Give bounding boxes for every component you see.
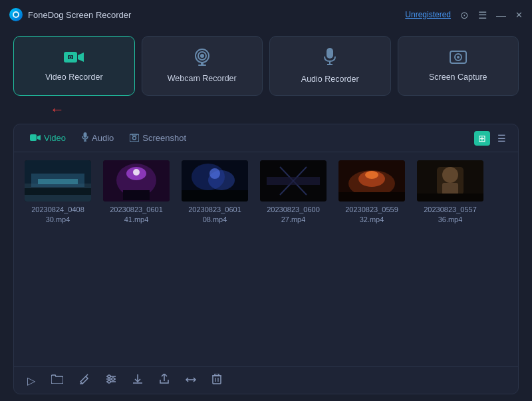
- svg-rect-34: [123, 190, 150, 200]
- list-view-button[interactable]: ☰: [493, 131, 510, 146]
- svg-rect-20: [84, 132, 87, 138]
- svg-marker-3: [78, 53, 84, 62]
- tab-video[interactable]: Video: [22, 130, 74, 146]
- video-recorder-label: Video Recorder: [45, 72, 103, 82]
- settings-button[interactable]: [103, 373, 119, 388]
- tab-audio-label: Audio: [92, 133, 114, 143]
- svg-point-40: [209, 168, 220, 179]
- file-thumbnail: [103, 160, 170, 201]
- file-item[interactable]: 20230823_0601 08.mp4: [182, 160, 248, 225]
- play-button[interactable]: ▷: [25, 373, 38, 388]
- webcam-recorder-button[interactable]: Webcam Recorder: [142, 36, 263, 96]
- title-bar: FoneDog Screen Recorder Unregistered ⊙ ☰…: [0, 0, 532, 29]
- view-buttons: ⊞ ☰: [474, 131, 510, 146]
- svg-rect-44: [267, 177, 320, 185]
- svg-marker-19: [37, 135, 41, 140]
- grid-view-button[interactable]: ⊞: [474, 131, 490, 146]
- file-item[interactable]: 20230823_0600 27.mp4: [260, 160, 327, 225]
- svg-rect-48: [338, 192, 405, 201]
- svg-line-55: [86, 374, 88, 376]
- file-item[interactable]: 20230823_0601 41.mp4: [103, 160, 170, 225]
- file-thumbnail: [417, 160, 483, 201]
- move-button[interactable]: [183, 373, 199, 388]
- svg-point-60: [108, 375, 110, 378]
- svg-point-1: [14, 13, 18, 17]
- selection-arrow: ←: [50, 102, 65, 117]
- arrow-row: ←: [13, 104, 519, 116]
- file-name: 20230824_0408 30.mp4: [25, 205, 91, 225]
- screen-capture-label: Screen Capture: [429, 72, 487, 82]
- file-name: 20230823_0600 27.mp4: [260, 205, 327, 225]
- bottom-toolbar: ▷: [14, 366, 518, 394]
- video-recorder-button[interactable]: Video Recorder: [13, 36, 135, 96]
- svg-point-9: [200, 54, 204, 58]
- app-title: FoneDog Screen Recorder: [28, 10, 405, 20]
- export-button[interactable]: [156, 372, 172, 388]
- file-name: 20230823_0601 41.mp4: [103, 205, 170, 225]
- svg-point-49: [365, 171, 378, 179]
- svg-rect-30: [38, 179, 78, 184]
- svg-point-52: [442, 167, 458, 183]
- file-thumbnail: [260, 160, 327, 201]
- file-name: 20230823_0601 08.mp4: [182, 205, 248, 225]
- svg-point-17: [457, 56, 460, 59]
- screen-capture-button[interactable]: Screen Capture: [398, 36, 519, 96]
- download-button[interactable]: [130, 372, 146, 388]
- video-recorder-icon: [64, 50, 84, 67]
- svg-rect-29: [25, 188, 91, 195]
- webcam-recorder-label: Webcam Recorder: [168, 74, 237, 83]
- audio-recorder-icon: [323, 48, 336, 69]
- svg-rect-69: [215, 374, 219, 376]
- files-panel: Video Audio: [13, 124, 519, 394]
- file-item[interactable]: 20230824_0408 30.mp4: [25, 160, 91, 225]
- svg-rect-67: [213, 376, 221, 384]
- folder-button[interactable]: [49, 373, 66, 388]
- target-icon[interactable]: ⊙: [460, 10, 469, 20]
- svg-rect-39: [182, 190, 248, 201]
- edit-button[interactable]: [76, 372, 92, 388]
- svg-point-62: [108, 380, 110, 383]
- svg-rect-11: [198, 65, 206, 66]
- minimize-icon[interactable]: —: [496, 10, 506, 20]
- svg-rect-54: [417, 194, 483, 201]
- tab-audio[interactable]: Audio: [74, 130, 122, 146]
- svg-point-61: [112, 378, 114, 380]
- file-name: 20230823_0557 36.mp4: [417, 205, 483, 225]
- audio-tab-icon: [82, 132, 88, 144]
- files-tabs: Video Audio: [14, 124, 518, 152]
- file-name: 20230823_0559 32.mp4: [338, 205, 405, 225]
- svg-rect-53: [442, 183, 458, 195]
- webcam-recorder-icon: [193, 49, 211, 68]
- tab-video-label: Video: [44, 133, 66, 143]
- svg-point-6: [70, 57, 71, 58]
- file-item[interactable]: 20230823_0559 32.mp4: [338, 160, 405, 225]
- delete-button[interactable]: [209, 372, 224, 388]
- svg-rect-18: [30, 134, 37, 141]
- main-content: Video Recorder Webcam Recorder: [0, 29, 532, 401]
- title-bar-actions: Unregistered ⊙ ☰ — ✕: [405, 10, 523, 20]
- screen-capture-icon: [449, 50, 467, 67]
- mode-buttons-row: Video Recorder Webcam Recorder: [13, 36, 519, 96]
- screenshot-tab-icon: [130, 133, 139, 144]
- audio-recorder-label: Audio Recorder: [301, 74, 359, 84]
- svg-point-24: [133, 136, 136, 140]
- file-thumbnail: [338, 160, 405, 201]
- tab-screenshot-label: Screenshot: [142, 133, 186, 143]
- app-logo: [9, 8, 23, 21]
- svg-point-35: [133, 169, 140, 176]
- audio-recorder-button[interactable]: Audio Recorder: [269, 36, 391, 96]
- files-grid: 20230824_0408 30.mp4 20230823_0601 41.mp…: [14, 152, 518, 366]
- close-icon[interactable]: ✕: [515, 10, 523, 20]
- file-item[interactable]: 20230823_0557 36.mp4: [417, 160, 483, 225]
- svg-rect-12: [327, 48, 333, 59]
- file-thumbnail: [182, 160, 248, 201]
- menu-icon[interactable]: ☰: [478, 10, 487, 20]
- video-tab-icon: [30, 133, 41, 144]
- tab-screenshot[interactable]: Screenshot: [122, 130, 194, 146]
- file-thumbnail: [25, 160, 91, 201]
- registration-link[interactable]: Unregistered: [405, 10, 451, 19]
